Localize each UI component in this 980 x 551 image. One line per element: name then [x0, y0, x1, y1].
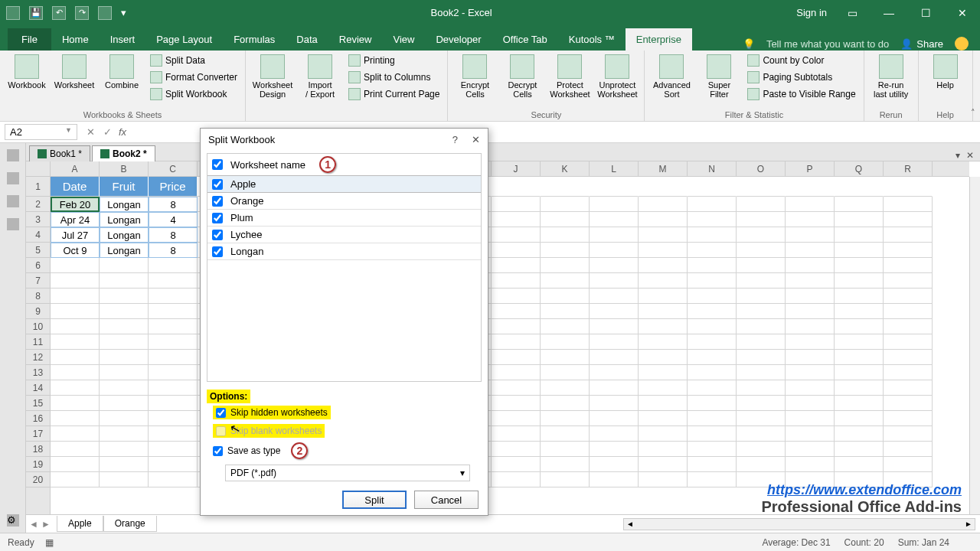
cell[interactable]: [100, 396, 149, 411]
save-icon[interactable]: 💾: [29, 6, 43, 20]
row-headers[interactable]: 1234567891011121314151617181920: [26, 177, 51, 514]
cell[interactable]: [590, 197, 639, 212]
cell[interactable]: [688, 457, 737, 472]
cell[interactable]: [639, 350, 688, 365]
cell[interactable]: [51, 457, 100, 472]
cell[interactable]: [884, 457, 933, 472]
cell[interactable]: [884, 442, 933, 457]
name-box[interactable]: A2▼: [5, 124, 77, 140]
cell[interactable]: [149, 350, 198, 365]
worksheet-row[interactable]: Plum: [207, 210, 481, 227]
ribbon-button[interactable]: UnprotectWorksheet: [595, 53, 639, 100]
cell[interactable]: [100, 334, 149, 350]
macro-icon[interactable]: ▦: [45, 537, 54, 548]
ribbon-button[interactable]: WorksheetDesign: [250, 53, 295, 100]
cell[interactable]: [688, 350, 737, 365]
ribbon-button[interactable]: Split Data: [147, 53, 240, 68]
cell[interactable]: [51, 258, 100, 273]
cell[interactable]: [100, 304, 149, 319]
cell[interactable]: [149, 472, 198, 487]
select-all-corner[interactable]: [26, 161, 51, 177]
maximize-button[interactable]: ☐: [914, 5, 937, 21]
cell[interactable]: [541, 426, 590, 442]
cell[interactable]: [51, 442, 100, 457]
cell[interactable]: [639, 289, 688, 304]
cell[interactable]: [51, 472, 100, 487]
cell[interactable]: [492, 472, 541, 487]
cell[interactable]: [590, 442, 639, 457]
cell[interactable]: [737, 212, 786, 227]
cell[interactable]: Date: [51, 177, 100, 197]
worksheet-row[interactable]: Longan: [207, 243, 481, 260]
cell[interactable]: [688, 197, 737, 212]
cell[interactable]: [737, 380, 786, 396]
cell[interactable]: [541, 411, 590, 426]
cell[interactable]: [51, 304, 100, 319]
cell[interactable]: [492, 365, 541, 380]
ribbon-tab[interactable]: Home: [51, 28, 100, 51]
cell[interactable]: [541, 273, 590, 289]
cell[interactable]: [688, 365, 737, 380]
cell[interactable]: [149, 319, 198, 334]
cell[interactable]: [835, 212, 884, 227]
cell[interactable]: [884, 304, 933, 319]
cell[interactable]: [737, 426, 786, 442]
cell[interactable]: [884, 227, 933, 243]
cell[interactable]: [149, 273, 198, 289]
scroll-left-icon[interactable]: ◄: [624, 519, 636, 530]
cell[interactable]: [541, 334, 590, 350]
cell[interactable]: [884, 258, 933, 273]
ribbon-tab[interactable]: Data: [286, 28, 328, 51]
sidebar-icon[interactable]: [7, 218, 19, 230]
cell[interactable]: [884, 197, 933, 212]
fx-icon[interactable]: fx: [116, 126, 129, 138]
cell[interactable]: [835, 319, 884, 334]
sheet-nav-next-icon[interactable]: ►: [41, 519, 51, 530]
cell[interactable]: [884, 350, 933, 365]
cell[interactable]: [639, 197, 688, 212]
skip-hidden-checkbox[interactable]: [216, 408, 226, 418]
ribbon-button[interactable]: EncryptCells: [452, 53, 497, 100]
share-button[interactable]: 👤Share: [900, 38, 943, 50]
ribbon-tab[interactable]: Review: [328, 28, 383, 51]
ribbon-button[interactable]: Worksheet: [52, 53, 96, 91]
ribbon-button[interactable]: Printing: [345, 53, 443, 68]
cell[interactable]: [149, 411, 198, 426]
cell[interactable]: 8: [149, 227, 198, 243]
cell[interactable]: [639, 426, 688, 442]
row-header[interactable]: 3: [26, 212, 50, 227]
row-header[interactable]: 16: [26, 411, 50, 426]
cell[interactable]: [590, 411, 639, 426]
cell[interactable]: [786, 365, 835, 380]
cell[interactable]: [51, 426, 100, 442]
cell[interactable]: [541, 177, 590, 197]
column-header[interactable]: Q: [835, 161, 884, 176]
column-header[interactable]: O: [737, 161, 786, 176]
cell[interactable]: [100, 380, 149, 396]
cell[interactable]: [541, 227, 590, 243]
cell[interactable]: [884, 396, 933, 411]
cell[interactable]: [688, 411, 737, 426]
close-icon[interactable]: ✕: [472, 134, 480, 145]
cell[interactable]: [492, 457, 541, 472]
cell[interactable]: [737, 365, 786, 380]
row-header[interactable]: 1: [26, 177, 50, 197]
cell[interactable]: [688, 177, 737, 197]
cell[interactable]: [492, 289, 541, 304]
cell[interactable]: [149, 304, 198, 319]
cell[interactable]: 8: [149, 243, 198, 258]
cell[interactable]: [541, 350, 590, 365]
ribbon-button[interactable]: Help: [923, 53, 968, 91]
cell[interactable]: Longan: [100, 197, 149, 212]
cell[interactable]: [100, 472, 149, 487]
column-headers[interactable]: ABCDEFGHIJKLMNOPQR: [51, 161, 969, 177]
cell[interactable]: [590, 426, 639, 442]
horizontal-scrollbar[interactable]: ◄ ►: [623, 518, 975, 530]
cell[interactable]: [688, 227, 737, 243]
cell[interactable]: [541, 258, 590, 273]
redo-icon[interactable]: ↷: [75, 6, 89, 20]
ribbon-button[interactable]: Count by Color: [744, 53, 858, 68]
cell[interactable]: [149, 365, 198, 380]
ribbon-tab[interactable]: Developer: [425, 28, 492, 51]
cell[interactable]: Longan: [100, 227, 149, 243]
